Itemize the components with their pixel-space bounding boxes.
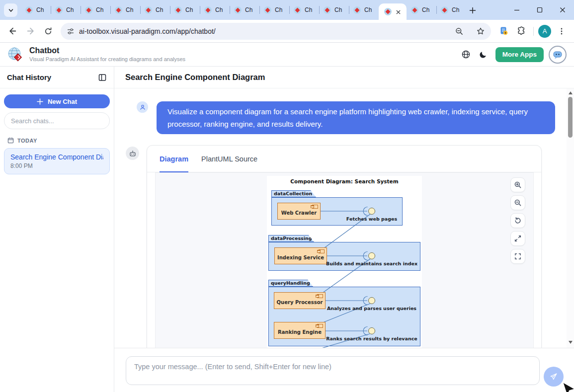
browser-tab-strip: ChChChChChChChChChChChChChCh xyxy=(0,0,574,20)
reset-rotate-icon xyxy=(514,217,522,225)
tab-plantuml-source[interactable]: PlantUML Source xyxy=(201,146,257,172)
tab-label: Ch xyxy=(452,6,459,13)
package-tab-dataProcessing: dataProcessing xyxy=(268,235,314,242)
collapse-panel-icon[interactable] xyxy=(98,73,107,82)
url-text[interactable]: ai-toolbox.visual-paradigm.com/app/chatb… xyxy=(79,27,446,35)
browser-tab[interactable]: Ch xyxy=(81,0,110,20)
browser-tab[interactable]: Ch xyxy=(200,0,230,20)
chatbot-icon xyxy=(552,49,564,61)
tab-search-chevron-button[interactable] xyxy=(4,3,17,17)
chat-history-sidebar: Chat History New Chat TODAY Search Engin… xyxy=(0,67,114,392)
interface-label: Fetches web pages xyxy=(346,216,397,222)
sidebar-title: Chat History xyxy=(7,73,51,81)
vertical-scrollbar[interactable] xyxy=(567,88,574,348)
site-favicon xyxy=(25,6,33,14)
site-favicon xyxy=(234,6,242,14)
tab-label: Ch xyxy=(334,6,342,13)
site-favicon xyxy=(115,6,122,14)
document-download-icon xyxy=(499,26,508,36)
site-favicon xyxy=(264,6,271,14)
puzzle-icon xyxy=(517,26,526,36)
minimize-button[interactable] xyxy=(505,0,528,20)
browser-tab[interactable]: Ch xyxy=(140,0,170,20)
chatbot-avatar-badge[interactable] xyxy=(549,46,567,64)
browser-toolbar: ai-toolbox.visual-paradigm.com/app/chatb… xyxy=(0,20,574,43)
bookmark-button[interactable] xyxy=(472,23,489,40)
browser-tab[interactable]: Ch xyxy=(21,0,51,20)
zoom-page-button[interactable] xyxy=(451,23,468,40)
extensions-button[interactable] xyxy=(513,23,530,40)
message-input[interactable] xyxy=(126,356,540,385)
interface-label: Builds and maintains search index xyxy=(326,261,417,266)
tab-label: Ch xyxy=(305,6,312,13)
user-message-bubble: Visualize a component diagram for a sear… xyxy=(157,101,555,134)
chat-item-title: Search Engine Component Dia... xyxy=(10,153,103,161)
diagram-viewport[interactable]: Component Diagram: Search System dataCol… xyxy=(155,172,534,348)
browser-tab[interactable]: Ch xyxy=(289,0,319,20)
language-button[interactable] xyxy=(458,46,475,63)
plus-icon xyxy=(469,7,476,14)
chevron-down-icon xyxy=(8,7,14,13)
browser-tab[interactable]: Ch xyxy=(319,0,349,20)
forward-button[interactable] xyxy=(22,23,39,40)
site-favicon xyxy=(55,6,63,14)
close-icon xyxy=(396,10,401,14)
site-favicon xyxy=(204,6,212,14)
component-icon xyxy=(317,294,323,298)
forward-arrow-icon xyxy=(26,26,35,36)
browser-tab[interactable]: Ch xyxy=(51,0,81,20)
star-icon xyxy=(476,27,485,36)
browser-tab-active[interactable] xyxy=(379,3,407,20)
site-favicon xyxy=(441,6,448,14)
reload-button[interactable] xyxy=(40,23,57,40)
fullscreen-button[interactable] xyxy=(510,249,525,264)
browser-tab[interactable]: Ch xyxy=(349,0,379,20)
reset-view-button[interactable] xyxy=(510,213,525,228)
browser-tab[interactable]: Ch xyxy=(170,0,200,20)
zoom-out-button[interactable] xyxy=(510,195,525,210)
more-apps-button[interactable]: More Apps xyxy=(495,47,544,62)
browser-menu-button[interactable] xyxy=(553,23,570,40)
diagram-title: Component Diagram: Search System xyxy=(267,178,422,184)
browser-tab[interactable]: Ch xyxy=(110,0,140,20)
component-ranking-engine[interactable]: Ranking Engine xyxy=(274,322,326,339)
scroll-up-arrow[interactable] xyxy=(569,91,573,94)
scroll-down-arrow[interactable] xyxy=(569,341,573,344)
zoom-in-button[interactable] xyxy=(510,177,525,192)
zoom-out-magnifier-icon xyxy=(455,27,464,36)
browser-tab[interactable]: Ch xyxy=(436,0,466,20)
dark-mode-button[interactable] xyxy=(475,46,492,63)
tab-diagram[interactable]: Diagram xyxy=(160,146,188,172)
assistant-response-card: Diagram PlantUML Source Component Diagra… xyxy=(147,145,542,348)
component-icon xyxy=(319,249,325,253)
site-settings-tune-icon xyxy=(67,27,75,35)
component-query-processor[interactable]: Query Processor xyxy=(274,292,326,309)
zoom-in-icon xyxy=(514,181,522,189)
tab-close-button[interactable] xyxy=(396,7,401,16)
search-chats-input[interactable] xyxy=(4,112,110,129)
component-indexing-service[interactable]: Indexing Service xyxy=(274,247,327,264)
tab-label: Ch xyxy=(245,6,252,13)
browser-tab[interactable]: Ch xyxy=(259,0,289,20)
browser-tab[interactable]: Ch xyxy=(230,0,259,20)
browser-profile-avatar[interactable]: A xyxy=(538,25,551,38)
user-avatar xyxy=(137,101,148,113)
back-button[interactable] xyxy=(4,23,21,40)
profile-initial: A xyxy=(543,27,547,35)
close-window-button[interactable] xyxy=(551,0,574,20)
component-web-crawler[interactable]: Web Crawler xyxy=(277,203,321,220)
plus-icon xyxy=(37,98,43,105)
send-button[interactable] xyxy=(544,367,564,387)
maximize-button[interactable] xyxy=(528,0,551,20)
address-bar[interactable]: ai-toolbox.visual-paradigm.com/app/chatb… xyxy=(61,23,491,40)
app-header: Chatbot Visual Paradigm AI Assistant for… xyxy=(0,43,574,67)
new-chat-button[interactable]: New Chat xyxy=(4,94,110,108)
expand-arrows-icon xyxy=(514,235,522,242)
scrollbar-thumb[interactable] xyxy=(568,97,573,138)
chat-history-item[interactable]: Search Engine Component Dia... 8:00 PM xyxy=(4,148,110,174)
expand-button[interactable] xyxy=(510,231,525,246)
package-tab-dataCollection: dataCollection xyxy=(271,190,316,197)
reading-list-extension-button[interactable] xyxy=(495,23,512,40)
new-tab-button[interactable] xyxy=(466,4,479,16)
browser-tab[interactable]: Ch xyxy=(407,0,436,20)
